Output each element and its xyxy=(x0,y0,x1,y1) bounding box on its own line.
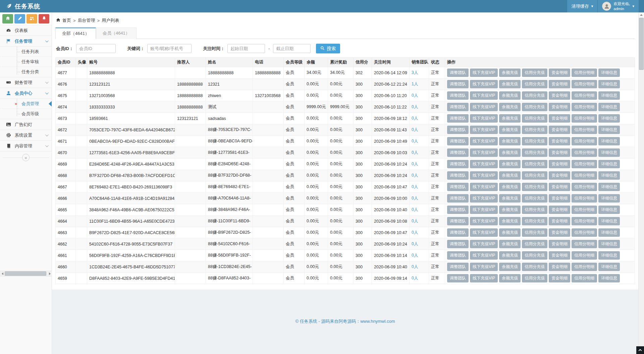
action-button[interactable]: 信用分明细 xyxy=(572,240,597,248)
action-button[interactable]: 线下充值VIP xyxy=(470,206,498,214)
action-button[interactable]: 信用分充值 xyxy=(522,114,547,123)
action-button[interactable]: 详细信息 xyxy=(598,126,620,134)
action-button[interactable]: 余额充值 xyxy=(499,194,521,203)
vertical-scroll-thumb[interactable] xyxy=(639,18,644,70)
action-button[interactable]: 信用分充值 xyxy=(522,274,547,282)
action-button[interactable]: 信用分明细 xyxy=(572,217,597,225)
action-button[interactable]: 详细信息 xyxy=(598,114,620,123)
action-button[interactable]: 信用分明细 xyxy=(572,91,597,100)
action-button[interactable]: 调整团队 xyxy=(447,103,469,111)
action-button[interactable]: 余额充值 xyxy=(499,137,521,145)
action-button[interactable]: 信用分充值 xyxy=(522,80,547,88)
action-button[interactable]: 信用分明细 xyxy=(572,114,597,123)
action-button[interactable]: 详细信息 xyxy=(598,69,620,77)
action-button[interactable]: 信用分明细 xyxy=(572,263,597,271)
team-link[interactable]: 3人 xyxy=(412,70,418,75)
end-date-input[interactable] xyxy=(273,44,311,53)
action-button[interactable]: 信用分明细 xyxy=(572,171,597,180)
action-button[interactable]: 信用分明细 xyxy=(572,206,597,214)
action-button[interactable]: 调整团队 xyxy=(447,183,469,191)
breadcrumb-admin[interactable]: 后台管理 xyxy=(78,17,95,24)
action-button[interactable]: 调整团队 xyxy=(447,274,469,282)
clear-cache-button[interactable]: 清理缓存 ▾ xyxy=(567,0,598,12)
tab-members[interactable]: 会员（4641） xyxy=(96,28,137,39)
action-button[interactable]: 信用分充值 xyxy=(522,183,547,191)
action-button[interactable]: 调整团队 xyxy=(447,217,469,225)
action-button[interactable]: 资金明细 xyxy=(549,103,570,111)
action-button[interactable]: 资金明细 xyxy=(549,69,570,77)
start-date-input[interactable] xyxy=(227,44,265,53)
action-button[interactable]: 详细信息 xyxy=(598,228,620,237)
action-button[interactable]: 余额充值 xyxy=(499,69,521,77)
action-button[interactable]: 调整团队 xyxy=(447,194,469,203)
team-link[interactable]: 0人 xyxy=(412,207,418,212)
tab-all[interactable]: 全部（4641） xyxy=(55,28,96,39)
sidebar-item-task-review[interactable]: 任务审核 xyxy=(0,57,52,67)
action-button[interactable]: 资金明细 xyxy=(549,274,570,282)
action-button[interactable]: 调整团队 xyxy=(447,171,469,180)
user-menu[interactable]: 欢迎光临,admin ▾ xyxy=(597,0,639,12)
action-button[interactable]: 余额充值 xyxy=(499,274,521,282)
action-button[interactable]: 调整团队 xyxy=(447,126,469,134)
search-button[interactable]: 搜索 xyxy=(316,44,340,53)
action-button[interactable]: 线下充值VIP xyxy=(470,137,498,145)
action-button[interactable]: 调整团队 xyxy=(447,240,469,248)
team-link[interactable]: 0人 xyxy=(412,173,418,178)
action-button[interactable]: 信用分充值 xyxy=(522,91,547,100)
action-button[interactable]: 信用分明细 xyxy=(572,160,597,168)
action-button[interactable]: 余额充值 xyxy=(499,148,521,157)
action-button[interactable]: 资金明细 xyxy=(549,194,570,203)
scroll-right-arrow[interactable] xyxy=(47,271,52,276)
action-button[interactable]: 余额充值 xyxy=(499,103,521,111)
team-link[interactable]: 0人 xyxy=(412,93,418,98)
action-button[interactable]: 资金明细 xyxy=(549,240,570,248)
action-button[interactable]: 余额充值 xyxy=(499,228,521,237)
team-link[interactable]: 0人 xyxy=(412,196,418,201)
team-link[interactable]: 0人 xyxy=(412,241,418,246)
action-button[interactable]: 线下充值VIP xyxy=(470,240,498,248)
action-button[interactable]: 详细信息 xyxy=(598,160,620,168)
action-button[interactable]: 余额充值 xyxy=(499,251,521,260)
action-button[interactable]: 信用分明细 xyxy=(572,251,597,260)
action-button[interactable]: 资金明细 xyxy=(549,206,570,214)
home-button[interactable] xyxy=(2,14,13,24)
action-button[interactable]: 信用分明细 xyxy=(572,103,597,111)
action-button[interactable]: 余额充值 xyxy=(499,114,521,123)
action-button[interactable]: 线下充值VIP xyxy=(470,171,498,180)
action-button[interactable]: 线下充值VIP xyxy=(470,103,498,111)
action-button[interactable]: 信用分充值 xyxy=(522,171,547,180)
team-link[interactable]: 0人 xyxy=(412,162,418,166)
team-link[interactable]: 1人 xyxy=(412,82,418,86)
team-link[interactable]: 0人 xyxy=(412,150,418,155)
horizontal-scrollbar[interactable] xyxy=(0,271,52,276)
sidebar-item-task-category[interactable]: 任务分类 xyxy=(0,67,52,77)
footer-link[interactable]: www.hnymwl.com xyxy=(360,319,395,324)
sidebar-item-content-management[interactable]: 内容管理 xyxy=(0,141,52,151)
sidebar-item-member-center[interactable]: 会员中心 xyxy=(0,88,52,99)
action-button[interactable]: 资金明细 xyxy=(549,137,570,145)
action-button[interactable]: 信用分充值 xyxy=(522,148,547,157)
action-button[interactable]: 资金明细 xyxy=(549,251,570,260)
action-button[interactable]: 余额充值 xyxy=(499,206,521,214)
action-button[interactable]: 信用分明细 xyxy=(572,194,597,203)
action-button[interactable]: 资金明细 xyxy=(549,126,570,134)
action-button[interactable]: 调整团队 xyxy=(447,251,469,260)
action-button[interactable]: 资金明细 xyxy=(549,183,570,191)
action-button[interactable]: 信用分明细 xyxy=(572,80,597,88)
action-button[interactable]: 线下充值VIP xyxy=(470,80,498,88)
team-link[interactable]: 0人 xyxy=(412,264,418,269)
back-to-top-button[interactable] xyxy=(636,346,644,354)
edit-button[interactable] xyxy=(14,14,25,24)
action-button[interactable]: 线下充值VIP xyxy=(470,148,498,157)
action-button[interactable]: 调整团队 xyxy=(447,114,469,123)
action-button[interactable]: 线下充值VIP xyxy=(470,217,498,225)
sidebar-item-ads[interactable]: 广告幻灯 xyxy=(0,119,52,130)
app-logo[interactable]: 任务系统 xyxy=(0,0,67,12)
action-button[interactable]: 信用分明细 xyxy=(572,69,597,77)
action-button[interactable]: 线下充值VIP xyxy=(470,91,498,100)
action-button[interactable]: 余额充值 xyxy=(499,171,521,180)
breadcrumb-home[interactable]: 首页 xyxy=(62,17,71,24)
action-button[interactable]: 余额充值 xyxy=(499,126,521,134)
action-button[interactable]: 信用分充值 xyxy=(522,194,547,203)
team-link[interactable]: 0人 xyxy=(412,276,418,280)
